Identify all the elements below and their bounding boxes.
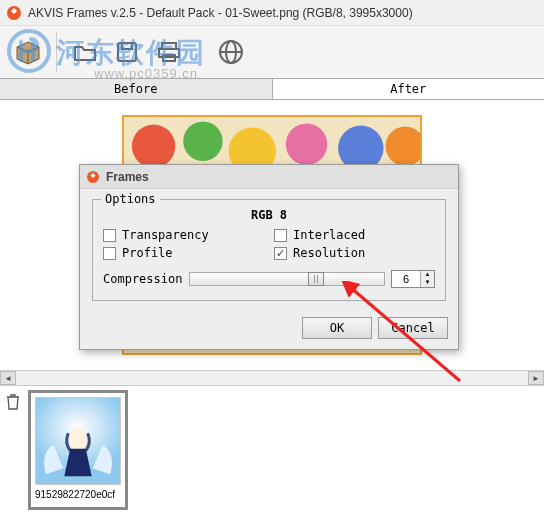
svg-point-12: [183, 122, 222, 161]
dialog-titlebar[interactable]: Frames: [80, 165, 458, 189]
horizontal-scrollbar[interactable]: ◄ ►: [0, 370, 544, 386]
slider-thumb[interactable]: [308, 272, 324, 286]
scroll-right-icon[interactable]: ►: [528, 371, 544, 385]
tab-after[interactable]: After: [273, 79, 545, 99]
transparency-label: Transparency: [122, 228, 209, 242]
globe-icon[interactable]: [213, 34, 249, 70]
open-icon[interactable]: [67, 34, 103, 70]
tab-before[interactable]: Before: [0, 79, 273, 99]
cancel-button[interactable]: Cancel: [378, 317, 448, 339]
compression-label: Compression: [103, 272, 183, 286]
scroll-track[interactable]: [16, 371, 528, 385]
save-icon[interactable]: [109, 34, 145, 70]
options-fieldset: Options RGB 8 Transparency Interlaced Pr…: [92, 199, 446, 301]
dialog-icon: [86, 170, 100, 184]
compression-spinner[interactable]: ▲ ▼: [391, 270, 435, 288]
profile-checkbox[interactable]: [103, 247, 116, 260]
compression-input[interactable]: [392, 271, 420, 287]
print-icon[interactable]: [151, 34, 187, 70]
fieldset-legend: Options: [101, 192, 160, 206]
spin-down-icon[interactable]: ▼: [421, 279, 434, 287]
trash-icon[interactable]: [6, 394, 20, 510]
scroll-left-icon[interactable]: ◄: [0, 371, 16, 385]
title-bar: AKVIS Frames v.2.5 - Default Pack - 01-S…: [0, 0, 544, 26]
spin-up-icon[interactable]: ▲: [421, 271, 434, 279]
svg-rect-2: [118, 43, 136, 61]
svg-point-11: [132, 124, 175, 167]
thumbnail-image: [35, 397, 121, 485]
save-dialog: Frames Options RGB 8 Transparency Interl…: [79, 164, 459, 350]
thumbnail-strip: 91529822720e0cf: [0, 386, 544, 514]
dialog-title: Frames: [106, 170, 149, 184]
profile-label: Profile: [122, 246, 173, 260]
format-label: RGB 8: [103, 208, 435, 222]
compression-slider[interactable]: [189, 272, 385, 286]
resolution-checkbox[interactable]: [274, 247, 287, 260]
interlaced-checkbox[interactable]: [274, 229, 287, 242]
box-icon[interactable]: [10, 34, 46, 70]
toolbar-divider: [56, 32, 57, 72]
toolbar: [0, 26, 544, 78]
svg-rect-3: [122, 43, 132, 49]
thumbnail-item[interactable]: 91529822720e0cf: [28, 390, 128, 510]
svg-point-14: [286, 124, 327, 165]
transparency-checkbox[interactable]: [103, 229, 116, 242]
ok-button[interactable]: OK: [302, 317, 372, 339]
thumbnail-filename: 91529822720e0cf: [35, 489, 121, 500]
svg-point-26: [68, 427, 88, 450]
tab-bar: Before After: [0, 78, 544, 100]
interlaced-label: Interlaced: [293, 228, 365, 242]
window-title: AKVIS Frames v.2.5 - Default Pack - 01-S…: [28, 6, 413, 20]
resolution-label: Resolution: [293, 246, 365, 260]
app-icon: [6, 5, 22, 21]
